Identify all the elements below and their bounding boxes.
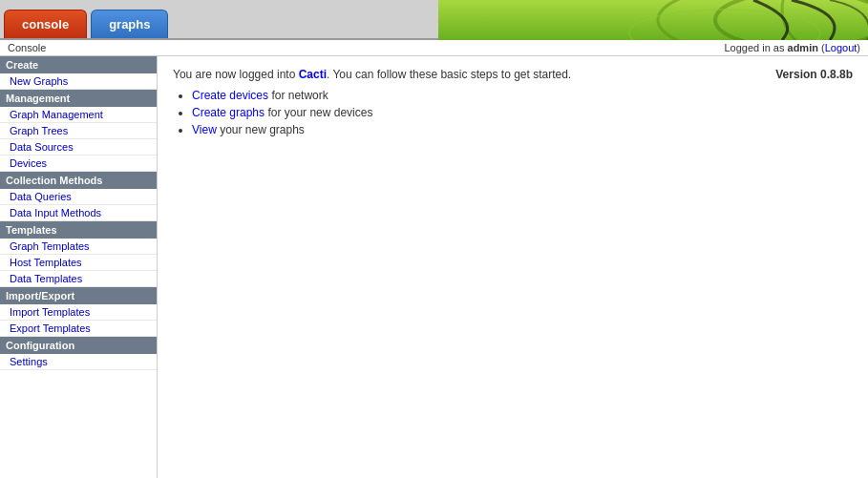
sidebar-item-export-templates[interactable]: Export Templates: [0, 321, 157, 337]
logout-link[interactable]: Logout: [825, 42, 857, 53]
topbar: Console Logged in as admin (Logout): [0, 40, 868, 56]
sidebar-item-import-templates[interactable]: Import Templates: [0, 304, 157, 321]
sidebar-item-host-templates[interactable]: Host Templates: [0, 255, 157, 271]
header-logo: [438, 0, 868, 40]
intro-prefix: You are now logged into: [173, 68, 299, 81]
intro-line: You are now logged into Cacti. You can f…: [173, 68, 853, 81]
sidebar-section-collection-methods: Collection Methods: [0, 172, 157, 189]
step-item-2: View your new graphs: [192, 123, 853, 136]
logged-in-prefix: Logged in as: [724, 42, 787, 53]
tab-console[interactable]: console: [4, 10, 87, 38]
sidebar-item-data-templates[interactable]: Data Templates: [0, 271, 157, 287]
step-link-2[interactable]: View: [192, 123, 217, 136]
app-name-link[interactable]: Cacti: [299, 68, 327, 81]
sidebar-item-data-sources[interactable]: Data Sources: [0, 139, 157, 156]
sidebar-section-import-export: Import/Export: [0, 287, 157, 304]
step-link-1[interactable]: Create graphs: [192, 106, 265, 119]
sidebar-item-graph-templates[interactable]: Graph Templates: [0, 239, 157, 255]
header-tabs: console graphs: [0, 0, 172, 38]
sidebar: CreateNew GraphsManagementGraph Manageme…: [0, 56, 158, 478]
sidebar-item-data-queries[interactable]: Data Queries: [0, 189, 157, 205]
main-content: You are now logged into Cacti. You can f…: [158, 56, 868, 478]
sidebar-section-create: Create: [0, 56, 157, 73]
sidebar-item-new-graphs[interactable]: New Graphs: [0, 73, 157, 90]
sidebar-item-graph-trees[interactable]: Graph Trees: [0, 123, 157, 139]
intro-text: You are now logged into Cacti. You can f…: [173, 68, 571, 81]
sidebar-item-data-input-methods[interactable]: Data Input Methods: [0, 205, 157, 221]
layout: CreateNew GraphsManagementGraph Manageme…: [0, 56, 868, 478]
step-item-0: Create devices for network: [192, 89, 853, 102]
topbar-right: Logged in as admin (Logout): [724, 42, 860, 53]
step-link-0[interactable]: Create devices: [192, 89, 268, 102]
sidebar-section-templates: Templates: [0, 221, 157, 239]
step-item-1: Create graphs for your new devices: [192, 106, 853, 119]
sidebar-item-graph-management[interactable]: Graph Management: [0, 107, 157, 123]
sidebar-item-devices[interactable]: Devices: [0, 156, 157, 172]
sidebar-section-configuration: Configuration: [0, 337, 157, 354]
version-text: Version 0.8.8b: [775, 68, 853, 81]
topbar-left: Console: [8, 42, 46, 53]
logged-in-user: admin: [788, 42, 818, 53]
steps-list: Create devices for networkCreate graphs …: [192, 89, 853, 136]
sidebar-item-settings[interactable]: Settings: [0, 354, 157, 370]
header: console graphs: [0, 0, 868, 40]
tab-graphs[interactable]: graphs: [91, 10, 168, 38]
intro-suffix: . You can follow these basic steps to ge…: [327, 68, 571, 81]
sidebar-section-management: Management: [0, 90, 157, 107]
